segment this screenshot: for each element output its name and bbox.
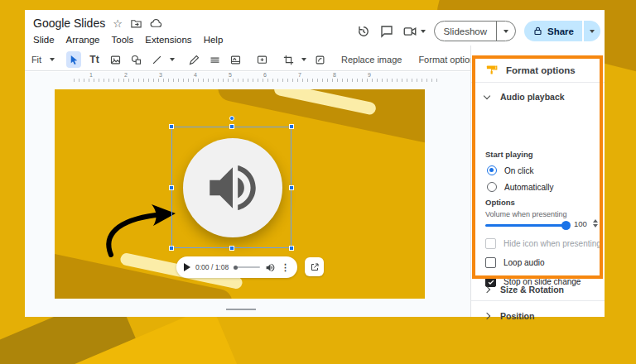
section-size-rotation[interactable]: Size & Rotation xyxy=(484,285,564,295)
stepper-down-icon[interactable] xyxy=(593,224,598,228)
start-playing-label-row: Start playing xyxy=(485,150,533,159)
selection-box[interactable] xyxy=(171,127,292,248)
zoom-label: Fit xyxy=(31,55,41,65)
checkbox-unchecked-icon[interactable] xyxy=(485,257,496,268)
chevron-down-icon[interactable] xyxy=(170,58,175,61)
checkbox-loop-audio-row[interactable]: Loop audio xyxy=(485,257,545,268)
replace-image-button[interactable]: Replace image xyxy=(339,55,404,65)
audio-section-label: Audio playback xyxy=(500,92,565,102)
ruler-number: 9 xyxy=(352,72,387,78)
resize-handle-s[interactable] xyxy=(229,246,234,251)
resize-handle-se[interactable] xyxy=(289,246,294,251)
resize-handle-w[interactable] xyxy=(169,185,174,190)
format-options-panel: Format options Audio playback Start play… xyxy=(470,46,605,317)
volume-stepper[interactable] xyxy=(593,219,598,228)
insert-shape-icon[interactable] xyxy=(128,51,143,68)
panel-divider xyxy=(471,300,605,301)
comment-icon[interactable] xyxy=(379,24,394,39)
resize-handle-e[interactable] xyxy=(289,185,294,190)
insert-comment-icon[interactable] xyxy=(254,51,269,68)
resize-handle-nw[interactable] xyxy=(169,124,174,129)
star-icon[interactable]: ☆ xyxy=(113,18,123,29)
ruler-number: 3 xyxy=(143,72,178,78)
chevron-down-icon xyxy=(504,30,508,33)
section-audio-playback[interactable]: Audio playback xyxy=(484,92,565,102)
start-playing-label: Start playing xyxy=(485,150,533,159)
chevron-down-icon xyxy=(484,93,490,99)
menu-arrange[interactable]: Arrange xyxy=(66,35,100,45)
player-progress[interactable] xyxy=(234,266,260,268)
border-weight-icon[interactable] xyxy=(207,51,222,68)
header-actions: Slideshow Share xyxy=(356,21,600,41)
resize-handle-sw[interactable] xyxy=(169,246,174,251)
section-position[interactable]: Position xyxy=(484,311,534,321)
slideshow-button[interactable]: Slideshow xyxy=(435,26,496,36)
share-label: Share xyxy=(547,26,574,36)
volume-value: 100 xyxy=(574,219,587,228)
panel-divider xyxy=(471,82,605,83)
volume-slider[interactable] xyxy=(485,224,566,227)
audio-player: 0:00 / 1:08 ⋮ xyxy=(176,256,297,278)
image-placeholder-icon[interactable] xyxy=(228,51,243,68)
meet-button[interactable] xyxy=(402,24,426,39)
checkbox-unchecked-disabled-icon[interactable] xyxy=(485,238,496,249)
rotate-handle[interactable] xyxy=(229,116,234,121)
ruler-number: 1 xyxy=(74,72,108,78)
insert-line-icon[interactable] xyxy=(149,51,164,68)
slide-canvas: 1 2 3 4 5 6 7 8 9 xyxy=(25,72,470,317)
share-dropdown[interactable] xyxy=(582,21,600,41)
pen-icon[interactable] xyxy=(186,51,201,68)
menu-slide[interactable]: Slide xyxy=(33,35,55,45)
player-progress-thumb[interactable] xyxy=(234,266,238,270)
volume-label-row: Volume when presenting xyxy=(485,210,567,218)
slide[interactable]: 0:00 / 1:08 ⋮ xyxy=(55,89,425,299)
menu-help[interactable]: Help xyxy=(204,35,224,45)
text-box-tool[interactable]: Tt xyxy=(87,51,102,68)
player-time: 0:00 / 1:08 xyxy=(195,263,229,271)
ruler-number: 4 xyxy=(178,72,213,78)
insert-image-icon[interactable] xyxy=(108,51,123,68)
volume-slider-thumb[interactable] xyxy=(561,221,571,230)
checkbox-hide-icon-row[interactable]: Hide icon when presenting xyxy=(485,238,601,249)
radio-unselected-icon[interactable] xyxy=(487,182,497,192)
menu-tools[interactable]: Tools xyxy=(112,35,134,45)
play-button[interactable] xyxy=(184,263,190,271)
slideshow-dropdown[interactable] xyxy=(496,22,515,41)
radio-automatically-label: Automatically xyxy=(504,183,553,192)
chevron-down-icon[interactable] xyxy=(301,58,306,61)
doc-title[interactable]: Google Slides xyxy=(33,17,105,30)
resize-handle-ne[interactable] xyxy=(289,124,294,129)
menu-extensions[interactable]: Extensions xyxy=(145,35,191,45)
crop-icon[interactable] xyxy=(281,51,296,68)
chevron-down-icon[interactable] xyxy=(50,58,55,61)
hide-icon-label: Hide icon when presenting xyxy=(504,239,601,248)
stepper-up-icon[interactable] xyxy=(593,219,598,223)
screenshot-root: Google Slides ☆ Slide Arrange Tools Exte… xyxy=(0,0,636,364)
open-in-new-icon xyxy=(310,262,320,272)
cloud-status-icon[interactable] xyxy=(150,17,162,30)
mask-image-icon[interactable] xyxy=(312,51,327,68)
chevron-down-icon xyxy=(590,30,595,33)
zoom-select[interactable]: Fit xyxy=(29,51,44,68)
open-in-new-button[interactable] xyxy=(305,257,324,276)
radio-automatically-row[interactable]: Automatically xyxy=(487,182,553,192)
speaker-notes-handle[interactable] xyxy=(226,309,256,310)
radio-selected-icon[interactable] xyxy=(487,165,497,175)
resize-handle-n[interactable] xyxy=(229,124,234,129)
slideshow-button-group: Slideshow xyxy=(434,21,516,41)
version-history-icon[interactable] xyxy=(356,24,371,39)
ruler-ticks xyxy=(74,79,437,82)
options-label: Options xyxy=(485,198,515,207)
select-tool[interactable] xyxy=(66,51,81,68)
ruler-numbers: 1 2 3 4 5 6 7 8 9 xyxy=(74,72,387,78)
panel-title: Format options xyxy=(506,65,576,75)
player-menu-icon[interactable]: ⋮ xyxy=(281,263,290,272)
share-button[interactable]: Share xyxy=(524,26,582,36)
volume-icon[interactable] xyxy=(265,262,276,273)
move-folder-icon[interactable] xyxy=(130,17,142,30)
radio-on-click-label: On click xyxy=(504,166,534,175)
title-row: Google Slides ☆ xyxy=(33,17,162,30)
radio-on-click-row[interactable]: On click xyxy=(487,165,534,175)
size-section-label: Size & Rotation xyxy=(500,285,564,295)
toolbar: Fit Tt xyxy=(25,49,470,71)
